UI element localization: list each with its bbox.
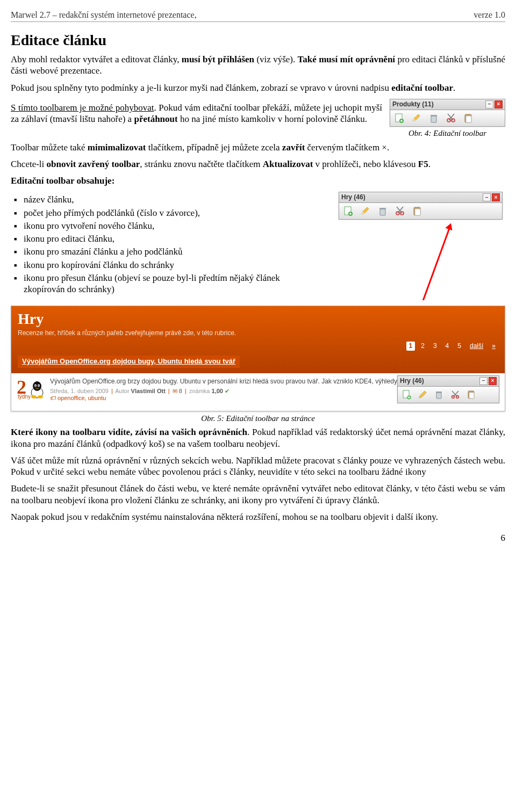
svg-point-21 [38,385,39,386]
figure-caption-4: Obr. 4: Editační toolbar [390,128,505,139]
page-title: Editace článku [11,31,505,49]
svg-rect-10 [380,209,385,215]
para-2: Pokud jsou splněny tyto podmínky a je-li… [11,82,505,93]
editor-toolbar-contains: Editační toolbar obsahuje: [11,175,505,186]
svg-point-20 [35,385,36,386]
toolbar-produkty[interactable]: Produkty (11) – × [390,99,505,127]
svg-point-22 [31,395,37,398]
para-7: Váš účet může mít různá oprávnění v různ… [11,455,505,478]
list-item: ikonu pro přesun článku (objeví se pouze… [24,272,303,295]
check-icon: ✔ [225,388,230,394]
pager-page[interactable]: 4 [443,342,452,351]
article-title[interactable]: Vývojářům OpenOffice.org dojdou bugy, Ub… [18,356,240,367]
pager-page[interactable]: 5 [455,342,464,351]
minimize-icon[interactable]: – [483,193,491,201]
svg-point-23 [38,395,43,398]
toolbar-title: Hry (46) [341,193,366,201]
svg-rect-27 [436,392,442,393]
svg-rect-7 [466,116,471,122]
page-number: 6 [11,532,505,543]
toolbar-hry-inner[interactable]: Hry (46) – × [397,375,499,403]
comments-icon: ✉ [173,388,177,394]
svg-point-17 [33,381,41,391]
section-title: Hry [18,309,498,328]
section-subtitle: Recenze her, hříček a různých pařeb zveř… [18,329,498,337]
pager-page[interactable]: 3 [431,342,440,351]
para-1: Aby mohl redaktor vytvářet a editovat čl… [11,54,505,77]
new-article-icon[interactable] [342,205,354,217]
figure-caption-5: Obr. 5: Editační toolbar na stránce [11,414,505,424]
list-item: ikonu pro kopírování článku do schránky [24,259,303,271]
toolbar-hry[interactable]: Hry (46) – × [339,192,503,220]
clipboard-icon[interactable] [465,389,477,401]
pager-next[interactable]: další [467,342,486,351]
tux-icon [30,381,45,399]
scissors-icon[interactable] [449,389,461,401]
header-left: Marwel 2.7 – redakční systém internetové… [11,10,197,20]
tux-badge: 2 týdny [17,378,45,405]
badge-label: týdny [18,394,31,401]
trash-icon[interactable] [433,389,445,401]
toolbar-title: Produkty (11) [392,100,434,108]
close-icon[interactable]: × [489,377,497,385]
toolbar-titlebar[interactable]: Hry (46) – × [397,375,499,387]
toolbar-contents-list: název článku, počet jeho přímých podčlán… [11,194,303,295]
pager: 1 2 3 4 5 další » [18,342,498,351]
trash-icon[interactable] [428,112,440,124]
para-8: Budete-li se snažit přesunout článek do … [11,483,505,506]
minimize-icon[interactable]: – [479,377,488,385]
svg-rect-15 [415,209,420,215]
para-6: Které ikony na toolbaru vidíte, závisí n… [11,426,505,450]
pencil-icon[interactable] [411,112,422,124]
toolbar-titlebar[interactable]: Hry (46) – × [339,192,503,203]
scissors-icon[interactable] [394,205,406,217]
para-5: Chcete-li obnovit zavřený toolbar, strán… [11,158,505,170]
pager-page[interactable]: 1 [406,342,415,351]
toolbar-titlebar[interactable]: Produkty (11) – × [390,99,505,110]
new-article-icon[interactable] [393,112,405,124]
toolbar-title: Hry (46) [400,377,424,385]
list-item: název článku, [24,194,303,205]
list-item: ikonu pro smazání článku a jeho podčlánk… [24,246,303,257]
pager-page[interactable]: 2 [418,342,427,351]
list-item: počet jeho přímých podčlánků (číslo v zá… [24,207,303,219]
para-9: Naopak pokud jsou v redakčním systému na… [11,511,505,523]
clipboard-icon[interactable] [462,112,474,124]
page-header: Marwel 2.7 – redakční systém internetové… [11,10,505,22]
clipboard-icon[interactable] [411,205,423,217]
new-article-icon[interactable] [401,389,413,401]
close-icon[interactable]: × [492,193,500,201]
minimize-icon[interactable]: – [485,100,493,108]
svg-rect-11 [379,208,386,209]
pencil-icon[interactable] [360,205,371,217]
arrow-icon [408,224,452,300]
scissors-icon[interactable] [445,112,457,124]
list-item: ikonu pro editaci článku, [24,233,303,244]
tag-icon: 🏷 [50,395,56,401]
trash-icon[interactable] [377,205,389,217]
para-4: Toolbar můžete také mimimalizovat tlačít… [11,142,505,153]
svg-rect-26 [436,393,441,398]
pencil-icon[interactable] [417,389,429,401]
pager-last[interactable]: » [489,342,498,351]
header-right: verze 1.0 [474,10,505,20]
svg-rect-3 [431,115,437,117]
svg-rect-2 [431,116,436,122]
screenshot-hry: Hry Recenze her, hříček a různých pařeb … [11,306,505,411]
svg-rect-31 [469,393,474,398]
close-icon[interactable]: × [494,100,503,108]
list-item: ikonu pro vytvoření nového článku, [24,220,303,231]
